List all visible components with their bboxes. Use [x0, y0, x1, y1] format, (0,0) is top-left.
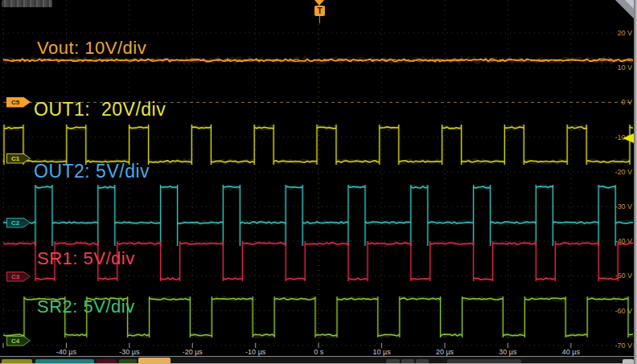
channel-badge-c4[interactable]: C4 [6, 336, 31, 346]
trace-vout [3, 58, 633, 62]
trigger-arrow-icon [314, 0, 324, 6]
trigger-marker-stem [319, 16, 320, 23]
time-label: -30 µs [119, 348, 139, 356]
time-label: -40 µs [56, 348, 76, 356]
trigger-level-arrow[interactable] [623, 133, 634, 143]
channel-badge-label: C1 [7, 154, 30, 163]
time-label: -20 µs [183, 348, 203, 356]
time-label: -10 µs [245, 348, 265, 356]
channel-badge-label: C2 [7, 219, 30, 227]
time-label: 30 µs [499, 348, 516, 356]
channel-label-out2: OUT2: 5V/div [34, 161, 150, 182]
time-label: 20 µs [436, 348, 454, 356]
oscilloscope-screen: 20 V10 V0 V-10 V-20 V-30 V-40 V-50 V-60 … [0, 0, 637, 364]
channel-badge-c3[interactable]: C3 [6, 272, 31, 282]
time-label: 40 µs [562, 348, 580, 356]
trigger-position-marker[interactable]: T [314, 6, 325, 16]
channel-label-sr1: SR1: 5V/div [37, 248, 135, 269]
channel-badge-label: C3 [7, 272, 30, 281]
channel-label-sr2: SR2: 5V/div [37, 297, 135, 317]
channel-badge-c5[interactable]: C5 [6, 97, 31, 108]
channel-badge-label: C4 [7, 337, 30, 346]
status-chip[interactable] [2, 0, 52, 7]
channel-badge-label: C5 [7, 98, 30, 107]
trace-out1 [3, 125, 633, 165]
channel-label-vout: Vout: 10V/div [37, 38, 146, 59]
window-right-edge [634, 0, 637, 364]
time-label: 0 s [314, 348, 323, 356]
time-label: 10 µs [372, 348, 390, 356]
trace-out2 [3, 185, 633, 246]
channel-badge-c1[interactable]: C1 [6, 153, 31, 164]
channel-label-out1: OUT1: 20V/div [34, 99, 166, 121]
channel-badge-c2[interactable]: C2 [6, 218, 31, 228]
